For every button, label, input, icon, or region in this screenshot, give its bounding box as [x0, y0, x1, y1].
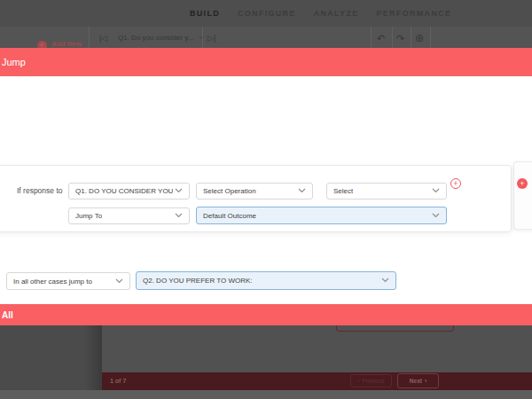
otherwise-select[interactable]: In all other cases jump to	[6, 272, 130, 290]
next-condition-card	[513, 161, 532, 230]
apply-to-all-bar[interactable]: All	[0, 304, 532, 325]
condition-card: If response to Q1. DO YOU CONSIDER YOU S…	[0, 165, 512, 232]
app-window: BUILD CONFIGURE ANALYZE PERFORMANCE |◁ Q…	[0, 0, 532, 399]
tab-analyze[interactable]: ANALYZE	[314, 9, 359, 18]
chevron-down-icon	[175, 212, 183, 220]
chevron-down-icon	[432, 212, 440, 220]
skip-next-icon[interactable]: ▷|	[207, 27, 215, 50]
toolbar-divider	[202, 27, 203, 50]
chevron-down-icon	[298, 187, 306, 195]
toolbar-divider	[392, 27, 393, 50]
chevron-down-icon	[115, 278, 123, 286]
previous-button[interactable]: ‹ Previous	[350, 374, 392, 387]
undo-icon[interactable]: ↶	[377, 27, 385, 50]
add-condition-group-button[interactable]: +	[517, 178, 528, 189]
apply-to-all-label: All	[2, 310, 13, 320]
otherwise-target-select[interactable]: Q2. DO YOU PREFER TO WORK:	[136, 271, 396, 290]
value-select[interactable]: Select	[326, 183, 447, 200]
add-new-button[interactable]: Add New	[51, 40, 82, 48]
toolbar-divider	[411, 27, 411, 50]
toolbar-divider	[430, 27, 431, 50]
jump-target-value: Default Outcome	[203, 212, 256, 220]
next-button-label: Next	[410, 378, 422, 384]
otherwise-target-value: Q2. DO YOU PREFER TO WORK:	[143, 277, 253, 285]
jump-modal-header: Jump	[0, 48, 532, 76]
question-selector[interactable]: Q1. Do you consider y...	[118, 27, 205, 50]
operation-placeholder: Select Operation	[203, 187, 256, 195]
jump-target-select[interactable]: Default Outcome	[196, 207, 447, 224]
survey-footer-bar: 1 of 7 ‹ Previous Next ›	[102, 372, 532, 390]
action-value: Jump To	[75, 212, 102, 220]
survey-card-shadow	[84, 325, 102, 390]
jump-modal-title: Jump	[2, 57, 26, 67]
tab-performance[interactable]: PERFORMANCE	[376, 9, 451, 18]
skip-previous-icon[interactable]: |◁	[99, 27, 107, 50]
tab-build[interactable]: BUILD	[190, 9, 220, 18]
if-response-to-label: If response to	[17, 183, 66, 200]
top-nav: BUILD CONFIGURE ANALYZE PERFORMANCE	[0, 0, 532, 27]
redo-icon[interactable]: ↷	[396, 27, 404, 50]
previous-button-label: Previous	[362, 378, 384, 384]
toolbar-divider	[89, 27, 90, 50]
chevron-down-icon	[381, 277, 389, 285]
jump-modal-body: If response to Q1. DO YOU CONSIDER YOU S…	[0, 76, 532, 304]
next-button[interactable]: Next ›	[397, 373, 439, 388]
preview-icon[interactable]: ⊛	[415, 27, 424, 50]
chevron-down-icon	[432, 187, 440, 195]
operation-select[interactable]: Select Operation	[196, 183, 313, 200]
otherwise-label: In all other cases jump to	[13, 278, 92, 286]
page-bottom-strip	[0, 390, 532, 399]
action-select[interactable]: Jump To	[68, 207, 190, 224]
condition-question-select[interactable]: Q1. DO YOU CONSIDER YOU	[68, 183, 190, 200]
question-selector-label: Q1. Do you consider y...	[118, 34, 193, 42]
chevron-right-icon: ›	[425, 378, 426, 384]
toolbar-divider	[371, 27, 372, 50]
condition-question-value: Q1. DO YOU CONSIDER YOU	[75, 187, 173, 195]
chevron-left-icon: ‹	[357, 378, 359, 384]
chevron-down-icon	[175, 187, 183, 195]
page-indicator: 1 of 7	[110, 372, 126, 390]
value-placeholder: Select	[333, 187, 353, 195]
add-condition-icon[interactable]: +	[450, 178, 461, 189]
tab-configure[interactable]: CONFIGURE	[238, 9, 296, 18]
